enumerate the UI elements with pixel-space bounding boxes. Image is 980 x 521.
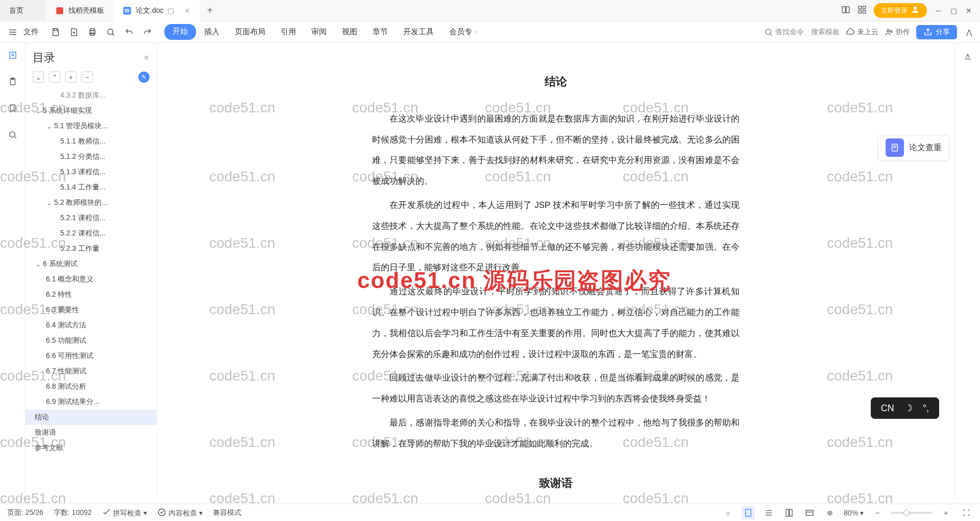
toc-badge-icon[interactable]: ✎ bbox=[138, 72, 150, 83]
content-check-button[interactable]: 内容检查 ▾ bbox=[157, 508, 203, 518]
tab-home[interactable]: 首页 bbox=[0, 0, 46, 21]
apps-icon[interactable] bbox=[857, 5, 867, 16]
layout-icon[interactable] bbox=[841, 5, 850, 16]
reading-mode-icon[interactable]: ☼ bbox=[721, 506, 734, 519]
sidebar-close-icon[interactable]: ✕ bbox=[143, 54, 150, 62]
print-icon[interactable] bbox=[85, 26, 100, 39]
svg-rect-4 bbox=[846, 7, 849, 13]
zoom-level[interactable]: 80% ▾ bbox=[844, 509, 864, 517]
toc-item[interactable]: 6.4 测试方法 bbox=[26, 318, 157, 333]
spellcheck-button[interactable]: 拼写检查 ▾ bbox=[102, 508, 148, 518]
ime-indicator: CN ☽ °, bbox=[871, 397, 939, 419]
compat-mode[interactable]: 兼容模式 bbox=[213, 508, 241, 517]
collapse-all-icon[interactable]: ⌄ bbox=[33, 72, 44, 83]
search-rail-icon[interactable] bbox=[6, 128, 20, 142]
page-view-icon[interactable] bbox=[742, 506, 755, 519]
command-search[interactable]: 查找命令、搜索模板 bbox=[764, 28, 840, 37]
zoom-slider[interactable] bbox=[891, 512, 932, 514]
menu-pagelayout[interactable]: 页面布局 bbox=[228, 24, 273, 40]
svg-rect-15 bbox=[90, 29, 94, 31]
toc-item[interactable]: 5.1.4 工作量... bbox=[26, 180, 157, 195]
svg-rect-0 bbox=[56, 7, 63, 14]
add-tab-button[interactable]: + bbox=[200, 5, 220, 16]
menu-member[interactable]: 会员专 › bbox=[442, 24, 484, 40]
svg-rect-42 bbox=[786, 509, 789, 516]
goto-icon[interactable]: ⊕ bbox=[823, 506, 837, 519]
remove-heading-icon[interactable]: − bbox=[82, 72, 93, 83]
toc-item[interactable]: 6.3 重要性 bbox=[26, 302, 157, 318]
file-menu[interactable]: 文件 bbox=[23, 27, 39, 37]
save-as-icon[interactable] bbox=[66, 26, 82, 39]
outline-icon[interactable] bbox=[6, 48, 20, 62]
tab-template[interactable]: 找稻壳模板 bbox=[46, 0, 113, 21]
document-area[interactable]: ▾ 结论 在这次毕业设计中遇到的最困难的方面就是在数据库方面的知识，在刚开始进行… bbox=[157, 43, 954, 504]
toc-item[interactable]: ⌄5 系统详细实现 bbox=[26, 103, 157, 119]
toc-item[interactable]: 5.2.2 课程信... bbox=[26, 226, 157, 241]
menu-review[interactable]: 审阅 bbox=[304, 24, 334, 40]
toc-item[interactable]: 结论 bbox=[26, 410, 157, 425]
outline-view-icon[interactable] bbox=[762, 506, 775, 519]
cloud-sync[interactable]: 未上云 bbox=[846, 28, 878, 37]
toc-item[interactable]: 5.1.2 分类信... bbox=[26, 149, 157, 164]
toc-item[interactable]: 6.1 概念和意义 bbox=[26, 272, 157, 287]
minimize-icon[interactable]: ─ bbox=[934, 7, 942, 15]
toc-item[interactable]: ⌄5.1 管理员模块... bbox=[26, 119, 157, 134]
toc-item[interactable]: 6.7 性能测试 bbox=[26, 364, 157, 379]
share-button[interactable]: 分享 bbox=[916, 25, 957, 39]
bookmark-icon[interactable] bbox=[6, 101, 20, 115]
menu-references[interactable]: 引用 bbox=[274, 24, 303, 40]
login-button[interactable]: 立即登录 bbox=[874, 3, 927, 18]
toc-item[interactable]: 5.2.3 工作量 bbox=[26, 241, 157, 256]
toc-item[interactable]: 5.2.1 课程信... bbox=[26, 210, 157, 226]
preview-icon[interactable] bbox=[103, 26, 118, 39]
plagiarism-check-button[interactable]: 论文查重 bbox=[878, 135, 949, 160]
undo-icon[interactable] bbox=[121, 26, 137, 39]
clipboard-icon[interactable] bbox=[6, 75, 20, 89]
body-text: 最后，感谢指导老师的关心和指导，在我毕业设计的整个过程中，他给与了我很多的帮助和… bbox=[372, 413, 740, 455]
page-number[interactable]: 页面: 25/26 bbox=[7, 508, 43, 517]
save-icon[interactable] bbox=[48, 26, 63, 39]
menu-devtools[interactable]: 开发工具 bbox=[396, 24, 441, 40]
menu-insert[interactable]: 插入 bbox=[197, 24, 227, 40]
close-window-icon[interactable]: ✕ bbox=[965, 7, 973, 15]
tab-document[interactable]: W 论文.doc ▢ ✕ bbox=[113, 0, 200, 21]
add-heading-icon[interactable]: + bbox=[65, 72, 77, 83]
toc-item[interactable]: 6.6 可用性测试 bbox=[26, 348, 157, 364]
toc-item[interactable]: ⌄5.2 教师模块的... bbox=[26, 195, 157, 210]
zoom-out-icon[interactable]: − bbox=[871, 506, 884, 519]
toc-item[interactable]: 参考文献 bbox=[26, 440, 157, 456]
toc-item[interactable]: 致谢语 bbox=[26, 425, 157, 440]
main: 目录 ✕ ⌄ ⌃ + − ✎ 4.3.2 数据库... ⌄5 系统详细实现⌄5.… bbox=[0, 43, 980, 504]
svg-point-28 bbox=[10, 132, 15, 137]
word-count[interactable]: 字数: 10092 bbox=[54, 508, 92, 517]
window-restore-icon[interactable]: ▢ bbox=[167, 7, 174, 15]
markup-view-icon[interactable] bbox=[803, 506, 816, 519]
toc-item[interactable]: 5.1.3 课程信... bbox=[26, 164, 157, 180]
menu-view[interactable]: 视图 bbox=[335, 24, 364, 40]
menu-start[interactable]: 开始 bbox=[164, 24, 196, 40]
toc-list[interactable]: 4.3.2 数据库... ⌄5 系统详细实现⌄5.1 管理员模块...5.1.1… bbox=[26, 88, 157, 504]
svg-point-17 bbox=[108, 29, 113, 35]
fullscreen-icon[interactable]: ⛶ bbox=[960, 506, 973, 519]
menu-chapter[interactable]: 章节 bbox=[365, 24, 395, 40]
maximize-icon[interactable]: ▢ bbox=[949, 7, 958, 15]
toc-item[interactable]: 4.3.2 数据库... bbox=[26, 88, 157, 103]
toc-item[interactable]: 5.1.1 教师信... bbox=[26, 134, 157, 149]
svg-text:W: W bbox=[125, 7, 130, 13]
close-tab-icon[interactable]: ✕ bbox=[184, 7, 190, 15]
menu-icon[interactable] bbox=[5, 26, 20, 39]
zoom-in-icon[interactable]: + bbox=[939, 506, 952, 519]
web-view-icon[interactable] bbox=[782, 506, 796, 519]
collapse-ribbon-icon[interactable]: ⋀ bbox=[963, 26, 975, 38]
toc-item[interactable]: ⌄6 系统测试 bbox=[26, 256, 157, 272]
toc-item[interactable]: 6.9 测试结果分... bbox=[26, 394, 157, 410]
expand-all-icon[interactable]: ⌃ bbox=[49, 72, 60, 83]
toc-item[interactable]: 6.5 功能测试 bbox=[26, 333, 157, 348]
toc-item[interactable]: 6.8 测试分析 bbox=[26, 379, 157, 394]
redo-icon[interactable] bbox=[140, 26, 155, 39]
titlebar: 首页 找稻壳模板 W 论文.doc ▢ ✕ + 立即登录 ─ ▢ ✕ bbox=[0, 0, 980, 21]
format-panel-icon[interactable] bbox=[963, 52, 972, 63]
collaborate-button[interactable]: 协作 bbox=[885, 28, 910, 37]
toc-item[interactable]: 6.2 特性 bbox=[26, 287, 157, 302]
moon-icon: ☽ bbox=[904, 402, 913, 414]
